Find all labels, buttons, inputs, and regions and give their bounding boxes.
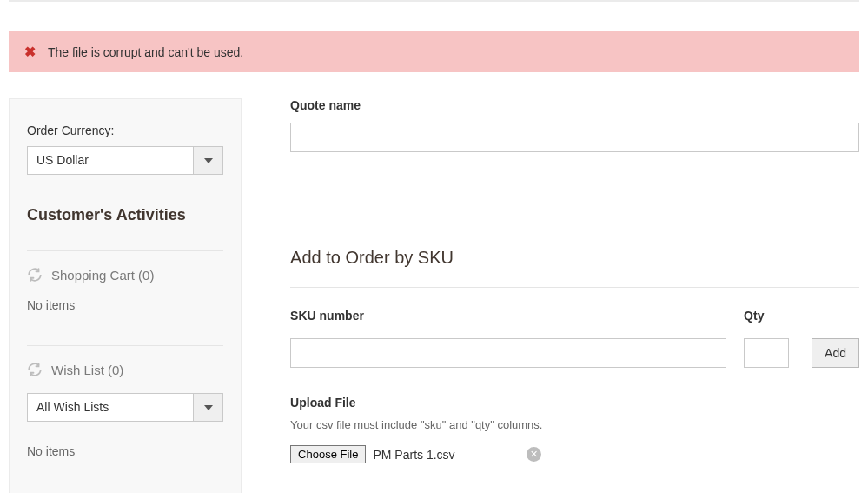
wish-list-select[interactable]: All Wish Lists bbox=[27, 393, 223, 422]
refresh-icon bbox=[27, 267, 43, 283]
divider bbox=[290, 287, 859, 288]
quote-name-label: Quote name bbox=[290, 98, 859, 112]
wish-list-label: Wish List (0) bbox=[51, 363, 123, 377]
refresh-icon bbox=[27, 362, 43, 377]
choose-file-button[interactable]: Choose File bbox=[290, 445, 366, 463]
chevron-down-icon bbox=[193, 394, 222, 421]
selected-file-name: PM Parts 1.csv bbox=[373, 448, 454, 462]
error-banner: ✖ The file is corrupt and can't be used. bbox=[9, 31, 859, 72]
remove-file-icon[interactable]: ✕ bbox=[527, 447, 541, 462]
currency-select-value: US Dollar bbox=[28, 147, 193, 174]
shopping-cart-header[interactable]: Shopping Cart (0) bbox=[27, 267, 223, 283]
top-divider bbox=[9, 0, 859, 2]
sku-input[interactable] bbox=[290, 338, 726, 368]
qty-input[interactable] bbox=[744, 338, 789, 368]
wish-list-select-value: All Wish Lists bbox=[28, 394, 193, 421]
currency-select[interactable]: US Dollar bbox=[27, 146, 223, 175]
divider bbox=[27, 345, 223, 346]
error-icon: ✖ bbox=[24, 43, 36, 60]
error-message: The file is corrupt and can't be used. bbox=[48, 45, 243, 59]
quote-name-input[interactable] bbox=[290, 123, 859, 152]
sku-column-header: SKU number bbox=[290, 309, 726, 323]
wish-list-header[interactable]: Wish List (0) bbox=[27, 362, 223, 377]
shopping-cart-empty: No items bbox=[27, 298, 223, 312]
sidebar: Order Currency: US Dollar Customer's Act… bbox=[9, 98, 242, 493]
divider bbox=[27, 250, 223, 251]
currency-label: Order Currency: bbox=[27, 123, 223, 137]
main-content: Quote name Add to Order by SKU SKU numbe… bbox=[290, 98, 859, 493]
wish-list-empty: No items bbox=[27, 444, 223, 458]
shopping-cart-label: Shopping Cart (0) bbox=[51, 268, 154, 283]
chevron-down-icon bbox=[193, 147, 222, 174]
add-button[interactable]: Add bbox=[812, 338, 859, 368]
upload-file-hint: Your csv file must include "sku" and "qt… bbox=[290, 418, 859, 431]
activities-heading: Customer's Activities bbox=[27, 206, 223, 224]
qty-column-header: Qty bbox=[744, 309, 789, 323]
upload-file-label: Upload File bbox=[290, 396, 859, 410]
add-by-sku-heading: Add to Order by SKU bbox=[290, 248, 859, 268]
